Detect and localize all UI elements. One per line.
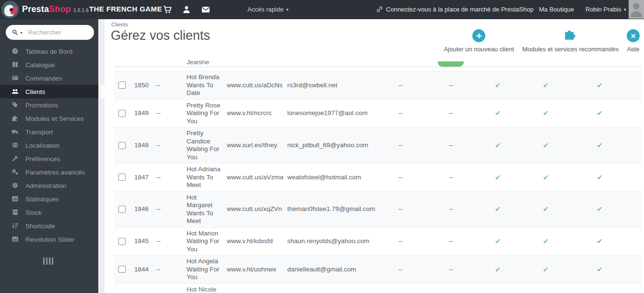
sidebar-item-promotions[interactable]: Promotions — [0, 98, 98, 112]
sidebar-item-preferences[interactable]: Préférences — [0, 152, 98, 165]
customer-row[interactable]: 1844 -- Hot Angela Waiting For You www.v… — [114, 255, 642, 283]
newsletter-check-icon: ✔ — [519, 205, 572, 213]
sidebar-search[interactable]: ▼ — [6, 25, 94, 40]
recommended-modules-button[interactable]: Modules et services recommandés — [522, 27, 619, 53]
customer-row[interactable]: 1846 -- Hot Margaret Wants To Meet www.c… — [114, 191, 642, 227]
shop-name: THE FRENCH GAME — [89, 5, 162, 13]
customer-url-cell: www.xurl.es/tfney — [225, 141, 284, 150]
version-label: 1.6.1.6 — [73, 8, 89, 13]
customer-url-cell: www.cutt.us/aDcNs — [225, 82, 284, 90]
registration-cell: -- — [426, 109, 476, 117]
messages-icon[interactable] — [201, 5, 210, 14]
sidebar-item-dashboard[interactable]: Tableau de Bord — [0, 45, 98, 58]
action-label: Ajouter un nouveau client — [444, 46, 514, 53]
search-scope-caret-icon[interactable]: ▼ — [20, 31, 23, 35]
sidebar-item-modules[interactable]: Modules et Services — [0, 112, 98, 125]
search-icon — [12, 29, 18, 35]
sidebar-item-administration[interactable]: Administration — [0, 179, 98, 192]
sidebar-item-localization[interactable]: Localisation — [0, 139, 98, 152]
partial-top-row: Jeanine — [114, 58, 642, 67]
row-checkbox[interactable] — [118, 206, 126, 213]
sidebar-item-stock[interactable]: Stock — [0, 206, 98, 219]
customer-name-cell: Hot Brenda Wants To Date — [184, 73, 225, 97]
partial-customer-name: Jeanine — [187, 59, 209, 66]
newsletter-check-icon: ✔ — [519, 109, 572, 117]
enabled-check-icon: ✔ — [476, 141, 519, 150]
row-checkbox[interactable] — [118, 142, 126, 149]
modules-icon — [12, 115, 19, 122]
marketplace-link[interactable]: Connectez-vous à la place de marché de P… — [376, 6, 534, 13]
sidebar-item-label: Paramètres avancés — [25, 169, 85, 176]
enabled-check-icon: ✔ — [476, 174, 519, 182]
optin-check-icon: ✔ — [572, 82, 627, 90]
brand-wordmark[interactable]: PrestaShop1.6.1.6 — [22, 4, 89, 14]
sidebar-item-advanced-settings[interactable]: Paramètres avancés — [0, 165, 98, 179]
administration-icon — [12, 182, 19, 189]
customer-row[interactable]: 1848 -- Pretty Candice Waiting For You w… — [114, 127, 642, 163]
prestashop-logo[interactable] — [1, 1, 19, 18]
sidebar-item-label: Transport — [25, 129, 53, 136]
search-input[interactable] — [28, 29, 90, 36]
social-title-cell: -- — [149, 82, 184, 90]
my-shop-link[interactable]: Ma Boutique — [539, 6, 574, 13]
localization-icon — [12, 141, 19, 149]
advanced-settings-icon — [12, 168, 19, 176]
optin-check-icon: ✔ — [572, 237, 627, 246]
page-title: Gérez vos clients — [111, 28, 210, 43]
customer-row[interactable]: 1847 -- Hot Adriana Wants To Meet www.cu… — [114, 163, 642, 191]
sidebar-item-stats[interactable]: Statistiques — [0, 192, 98, 206]
row-checkbox[interactable] — [118, 266, 126, 273]
customer-email-cell: rs3rd@swbell.net — [284, 82, 375, 90]
add-customer-button[interactable]: + Ajouter un nouveau client — [444, 29, 514, 53]
newsletter-check-icon: ✔ — [519, 174, 572, 182]
enabled-check-icon: ✔ — [476, 266, 519, 274]
row-checkbox[interactable] — [118, 174, 126, 181]
newsletter-check-icon: ✔ — [519, 237, 572, 246]
preferences-icon — [12, 155, 19, 163]
avatar[interactable] — [629, 0, 644, 19]
employee-icon[interactable] — [182, 5, 191, 14]
sidebar-item-orders[interactable]: Commandes — [0, 71, 98, 85]
help-button[interactable]: ✕ Aide — [627, 29, 640, 53]
row-checkbox[interactable] — [118, 238, 126, 245]
customer-row[interactable]: 1849 -- Pretty Rose Waiting For You www.… — [114, 99, 642, 128]
registration-cell: -- — [426, 205, 476, 213]
sidebar-item-label: Tableau de Bord — [25, 48, 72, 55]
cart-icon[interactable] — [163, 5, 172, 14]
sidebar-item-label: Commandes — [25, 75, 62, 82]
row-checkbox[interactable] — [118, 82, 126, 89]
quick-access-menu[interactable]: Accès rapide▼ — [247, 6, 289, 13]
sidebar-item-customers[interactable]: Clients — [0, 85, 98, 98]
collapse-menu-icon[interactable] — [43, 258, 53, 265]
customer-name-cell: Pretty Rose Waiting For You — [184, 102, 225, 126]
sidebar: ▼ Tableau de Bord Catalogue Commandes Cl… — [0, 19, 98, 293]
link-icon — [376, 6, 383, 13]
sidebar-item-shipping[interactable]: Transport — [0, 125, 98, 139]
user-menu[interactable]: Robin Prabis▼ — [585, 6, 627, 13]
filter-search-button-partial[interactable] — [438, 61, 464, 67]
customer-row[interactable]: 1850 -- Hot Brenda Wants To Date www.cut… — [114, 71, 642, 99]
sidebar-item-catalog[interactable]: Catalogue — [0, 58, 98, 71]
sidebar-content-gutter — [98, 19, 105, 293]
main-menu: Tableau de Bord Catalogue Commandes Clie… — [0, 45, 98, 246]
customer-url-cell: www.cutt.us/xqZVn — [225, 205, 284, 213]
row-checkbox[interactable] — [118, 110, 126, 117]
sidebar-item-label: Administration — [25, 182, 67, 189]
sidebar-item-shortcode[interactable]: Shortcode — [0, 219, 98, 233]
customer-row[interactable]: 1845 -- Hot Marion Waiting For You www.v… — [114, 227, 642, 256]
social-title-cell: -- — [149, 266, 184, 274]
promotions-icon — [12, 101, 19, 109]
row-select-cell — [114, 266, 131, 273]
row-select-cell — [114, 110, 131, 117]
sidebar-item-slider[interactable]: Revolution Slider — [0, 233, 98, 246]
optin-check-icon: ✔ — [572, 141, 627, 150]
newsletter-check-icon: ✔ — [519, 141, 572, 150]
enabled-check-icon: ✔ — [476, 237, 519, 246]
catalog-icon — [12, 61, 19, 69]
user-name: Robin Prabis — [585, 6, 621, 13]
sidebar-item-label: Revolution Slider — [25, 236, 74, 243]
sidebar-item-label: Shortcode — [25, 223, 55, 230]
newsletter-check-icon: ✔ — [519, 266, 572, 274]
customers-table: Jeanine 1850 -- Hot Brenda Wants To Date… — [114, 58, 642, 292]
customer-id-cell: 1846 — [131, 205, 149, 213]
